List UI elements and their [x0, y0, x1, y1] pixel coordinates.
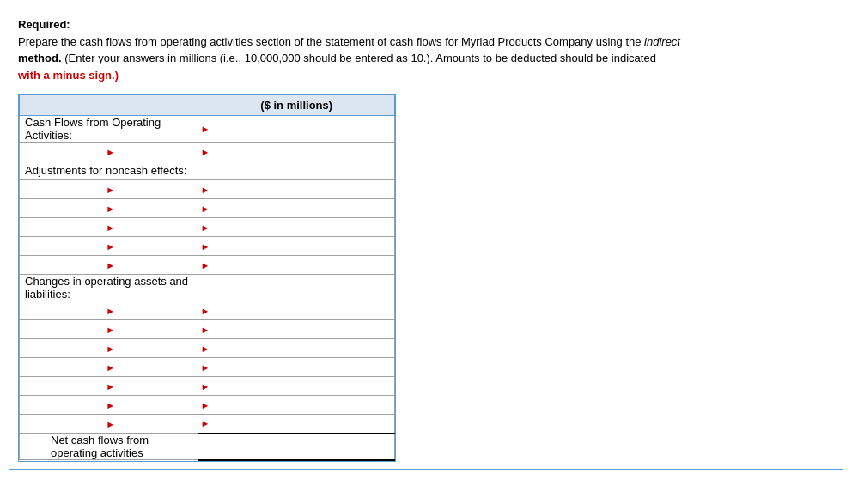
arrow-label-9: ► [20, 339, 198, 358]
table-row: ► ► [20, 218, 395, 237]
section-label-changes: Changes in operating assets and liabilit… [20, 275, 198, 301]
input-cell-changes-header [198, 275, 395, 301]
arrow-icon: ► [106, 185, 115, 195]
table-row: Changes in operating assets and liabilit… [20, 275, 395, 301]
arrow-icon: ► [106, 325, 115, 335]
arrow-icon: ► [200, 325, 210, 335]
input-cell-operating: ► [198, 116, 395, 143]
table-row: ► ► [20, 358, 395, 377]
arrow-icon: ► [106, 362, 115, 373]
arrow-icon: ► [200, 203, 210, 214]
net-cash-label: Net cash flows from operating activities [20, 434, 198, 460]
col-header-label [20, 95, 198, 116]
input-cell-chg-5: ► [198, 377, 395, 396]
arrow-icon: ► [106, 260, 115, 270]
arrow-icon: ► [200, 381, 210, 392]
arrow-icon: ► [200, 362, 210, 373]
arrow-icon: ► [200, 241, 210, 252]
input-cell-net[interactable] [198, 434, 395, 460]
cash-flow-table: ($ in millions) Cash Flows from Operatin… [18, 94, 396, 462]
section-label-operating: Cash Flows from Operating Activities: [20, 116, 198, 143]
table-row: ► ► [20, 377, 395, 396]
table-row: ► ► [20, 301, 395, 320]
required-label: Required: [18, 18, 70, 31]
arrow-label-3: ► [20, 199, 198, 218]
table-row: ► ► [20, 199, 395, 218]
input-cell-chg-4: ► [198, 358, 395, 377]
instructions: Required: Prepare the cash flows from op… [18, 16, 834, 83]
input-cell-chg-3: ► [198, 339, 395, 358]
arrow-icon: ► [106, 241, 115, 252]
input-cell-adj-2: ► [198, 199, 395, 218]
arrow-icon: ► [200, 306, 210, 316]
input-cell-adj-4: ► [198, 237, 395, 256]
table-row: ► ► [20, 396, 395, 415]
table-row: Cash Flows from Operating Activities: ► [20, 116, 395, 143]
arrow-icon: ► [200, 222, 210, 233]
arrow-label-6: ► [20, 256, 198, 275]
table-row: Adjustments for noncash effects: [20, 161, 395, 180]
input-cell-chg-2: ► [198, 320, 395, 339]
input-cell-adj-5: ► [198, 256, 395, 275]
arrow-label-8: ► [20, 320, 198, 339]
arrow-icon: ► [200, 400, 210, 410]
arrow-icon: ► [106, 419, 115, 429]
instruction-line3: with a minus sign.) [18, 69, 119, 82]
table-row: ► ► [20, 237, 395, 256]
arrow-icon: ► [106, 203, 115, 214]
arrow-icon: ► [200, 343, 210, 354]
input-cell-chg-7: ► [198, 415, 395, 434]
arrow-label-11: ► [20, 377, 198, 396]
arrow-label-10: ► [20, 358, 198, 377]
instruction-line2: method. (Enter your answers in millions … [18, 52, 656, 64]
arrow-icon: ► [106, 381, 115, 392]
arrow-icon: ► [106, 222, 115, 233]
input-cell-chg-6: ► [198, 396, 395, 415]
arrow-label-5: ► [20, 237, 198, 256]
arrow-label-4: ► [20, 218, 198, 237]
col-header-amount: ($ in millions) [198, 95, 395, 116]
input-cell-adj-3: ► [198, 218, 395, 237]
arrow-label-7: ► [20, 301, 198, 320]
page-container: Required: Prepare the cash flows from op… [9, 9, 843, 470]
arrow-icon: ► [106, 400, 115, 410]
arrow-label-12: ► [20, 396, 198, 415]
arrow-icon: ► [200, 147, 210, 157]
input-cell-chg-1: ► [198, 301, 395, 320]
arrow-icon: ► [200, 185, 210, 195]
input-cell-adj-1: ► [198, 180, 395, 199]
table-row: ► ► [20, 320, 395, 339]
arrow-label-13: ► [20, 415, 198, 434]
table-row: ► ► [20, 143, 395, 161]
input-cell-1: ► [198, 143, 395, 161]
table-row: ► ► [20, 415, 395, 434]
arrow-label-1: ► [20, 143, 198, 161]
section-label-adjustments: Adjustments for noncash effects: [20, 161, 198, 180]
arrow-icon: ► [200, 260, 210, 270]
arrow-icon: ► [106, 343, 115, 354]
instruction-line1: Prepare the cash flows from operating ac… [18, 35, 680, 48]
arrow-label-2: ► [20, 180, 198, 199]
arrow-icon: ► [106, 147, 115, 157]
table-row: ► ► [20, 180, 395, 199]
net-cash-row: Net cash flows from operating activities [20, 434, 395, 460]
arrow-icon: ► [200, 418, 210, 428]
table-row: ► ► [20, 339, 395, 358]
arrow-icon: ► [106, 306, 115, 316]
table-row: ► ► [20, 256, 395, 275]
arrow-icon: ► [200, 124, 210, 134]
net-cash-input[interactable] [198, 434, 394, 459]
input-cell-adj-header [198, 161, 395, 180]
